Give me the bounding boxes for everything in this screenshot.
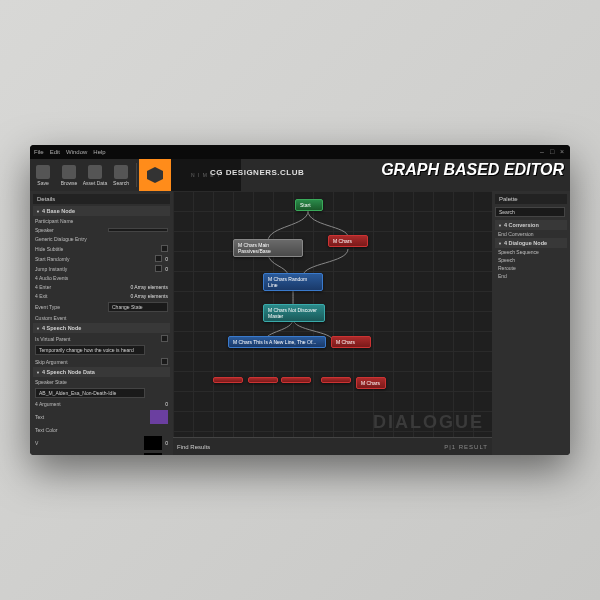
watermark: DIALOGUE <box>373 412 484 433</box>
lbl-exit: 4 Exit <box>35 293 127 299</box>
browse-icon <box>62 165 76 179</box>
lbl-text: Text <box>35 414 147 420</box>
node-blue2[interactable]: M Chars This Is A New Line, The Of... <box>228 336 326 348</box>
headline-label: GRAPH BASED EDITOR <box>381 161 564 179</box>
lbl-participant: Participant Name <box>35 218 168 224</box>
details-panel: Details 4 Base Node Participant Name Spe… <box>30 191 173 455</box>
node-start[interactable]: Start <box>295 199 323 211</box>
lbl-enter: 4 Enter <box>35 284 127 290</box>
lbl-skip: Skip Argument <box>35 359 158 365</box>
lbl-textcolor: Text Color <box>35 427 168 433</box>
search-icon <box>114 165 128 179</box>
minimize-icon[interactable]: – <box>538 148 546 156</box>
result-count: P|1 RESULT <box>444 444 488 450</box>
node-red1[interactable]: M Chars <box>328 235 368 247</box>
menu-edit[interactable]: Edit <box>50 149 60 155</box>
temp-input[interactable]: Temporarily change how the voice is hear… <box>35 345 145 355</box>
node-red2[interactable]: M Chars <box>331 336 371 348</box>
save-icon <box>36 165 50 179</box>
text-swatch[interactable] <box>150 410 168 424</box>
section-base-node[interactable]: 4 Base Node <box>33 206 170 216</box>
v-swatch[interactable] <box>144 436 162 450</box>
plugin-button[interactable] <box>139 159 171 191</box>
menu-help[interactable]: Help <box>93 149 105 155</box>
lbl-startrand: Start Randomly <box>35 256 152 262</box>
lbl-gcd: Generic Dialogue Entry <box>35 236 168 242</box>
node-red8[interactable]: M Chars <box>356 377 386 389</box>
hex-icon <box>147 167 163 183</box>
save-button[interactable]: Save <box>30 161 56 189</box>
node-red5[interactable] <box>248 377 278 383</box>
asset-icon <box>88 165 102 179</box>
speaker-dropdown[interactable] <box>108 228 168 232</box>
lbl-vp: Is Virtual Parent <box>35 336 158 342</box>
sstate-dropdown[interactable]: AB_M_Alden_Esa_Non-Death-Idle <box>35 388 145 398</box>
menu-window[interactable]: Window <box>66 149 87 155</box>
node-blue1[interactable]: M Chars Random Line <box>263 273 323 291</box>
browse-button[interactable]: Browse <box>56 161 82 189</box>
palette-reroute[interactable]: Reroute <box>495 264 567 272</box>
lbl-hide: Hide Subtitle <box>35 246 158 252</box>
lbl-speaker: Speaker <box>35 227 105 233</box>
separator <box>136 163 137 187</box>
lbl-audio: 4 Audio Events <box>35 275 168 281</box>
details-tab[interactable]: Details <box>33 194 170 204</box>
editor-window: File Edit Window Help – □ × Save Browse … <box>30 145 570 455</box>
assetdata-button[interactable]: Asset Data <box>82 161 108 189</box>
section-speech-data[interactable]: 4 Speech Node Data <box>33 367 170 377</box>
search-button[interactable]: Search <box>108 161 134 189</box>
lbl-custom: Custom Event <box>35 315 168 321</box>
skip-checkbox[interactable] <box>161 358 168 365</box>
palette-speech[interactable]: Speech <box>495 256 567 264</box>
bottom-panel: Find Results P|1 RESULT <box>173 437 492 455</box>
palette-sect2[interactable]: 4 Dialogue Node <box>495 238 567 248</box>
palette-sect1[interactable]: 4 Conversion <box>495 220 567 230</box>
node-red6[interactable] <box>281 377 311 383</box>
palette-search[interactable]: Search <box>495 207 565 217</box>
jump-checkbox[interactable] <box>155 265 162 272</box>
menu-file[interactable]: File <box>34 149 44 155</box>
find-results-tab[interactable]: Find Results <box>177 444 210 450</box>
palette-speech-seq[interactable]: Speech Sequence <box>495 248 567 256</box>
graph-canvas[interactable]: Start M Chars Main Passives/Base M Chars… <box>173 191 492 455</box>
lbl-jump: Jump Instantly <box>35 266 152 272</box>
toolbar: Save Browse Asset Data Search N I M E T … <box>30 159 570 191</box>
eventtype-dropdown[interactable]: Change State <box>108 302 168 312</box>
palette-end-conversion[interactable]: End Conversion <box>495 230 567 238</box>
g-swatch[interactable] <box>144 453 162 455</box>
brand-label: CG DESIGNERS.CLUB <box>210 168 304 177</box>
section-speech-node[interactable]: 4 Speech Node <box>33 323 170 333</box>
palette-end[interactable]: End <box>495 272 567 280</box>
palette-tab[interactable]: Palette <box>495 194 567 204</box>
lbl-eventtype: Event Type <box>35 304 105 310</box>
vp-checkbox[interactable] <box>161 335 168 342</box>
maximize-icon[interactable]: □ <box>548 148 556 156</box>
lbl-sstate: Speaker State <box>35 379 168 385</box>
startrand-checkbox[interactable] <box>155 255 162 262</box>
node-red4[interactable] <box>213 377 243 383</box>
node-red7[interactable] <box>321 377 351 383</box>
lbl-argcnt: 4 Argument <box>35 401 162 407</box>
node-gray1[interactable]: M Chars Main Passives/Base <box>233 239 303 257</box>
node-teal1[interactable]: M Chars Not Discover Master <box>263 304 325 322</box>
titlebar: File Edit Window Help – □ × <box>30 145 570 159</box>
hide-checkbox[interactable] <box>161 245 168 252</box>
close-icon[interactable]: × <box>558 148 566 156</box>
palette-panel: Palette Search 4 Conversion End Conversi… <box>492 191 570 455</box>
